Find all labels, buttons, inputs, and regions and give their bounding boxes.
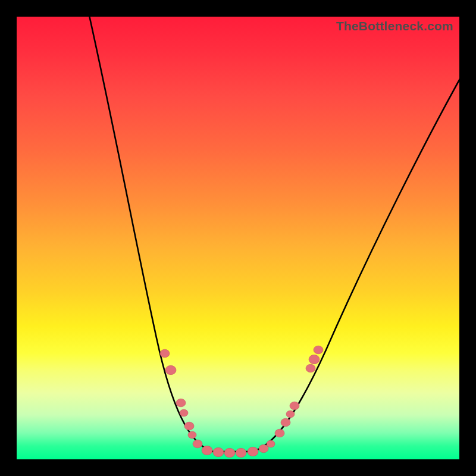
chart-overlay [17, 17, 459, 459]
data-dot [213, 447, 224, 456]
plot-area: TheBottleneck.com [17, 17, 459, 459]
bottleneck-curve [87, 17, 459, 452]
data-dot [275, 429, 284, 437]
data-dot [165, 365, 176, 374]
data-dot [306, 364, 315, 372]
data-dot [248, 447, 258, 456]
watermark-text: TheBottleneck.com [336, 19, 453, 33]
data-dot [188, 431, 196, 439]
outer-frame: TheBottleneck.com [0, 0, 476, 476]
data-dot [267, 440, 275, 447]
data-dot [184, 422, 194, 430]
data-dot [281, 418, 290, 427]
data-dot [286, 411, 295, 418]
data-dot [236, 448, 246, 457]
data-dot [314, 346, 323, 354]
data-dot [290, 402, 299, 410]
data-dot [202, 446, 212, 455]
data-dots [160, 346, 323, 457]
data-dot [180, 409, 188, 416]
data-dot [309, 355, 320, 364]
data-dot [176, 399, 186, 407]
data-dot [160, 349, 170, 358]
data-dot [193, 440, 202, 448]
data-dot [259, 444, 268, 453]
data-dot [224, 448, 235, 457]
